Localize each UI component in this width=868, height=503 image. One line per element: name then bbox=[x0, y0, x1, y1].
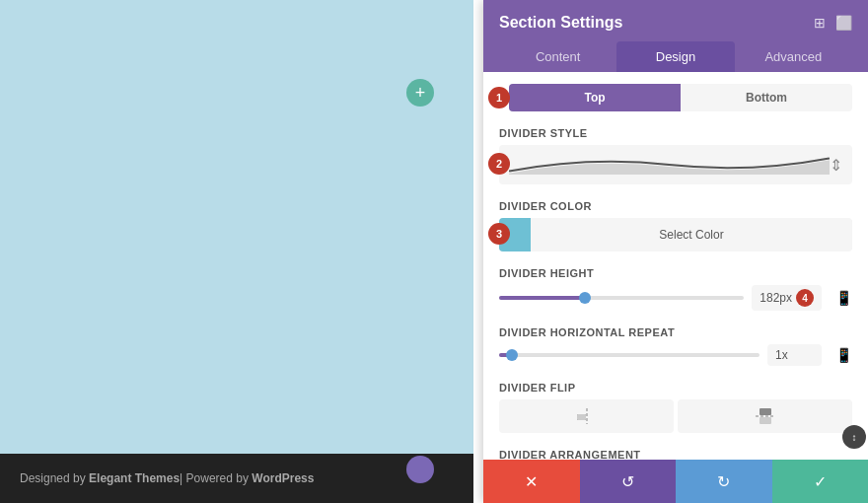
color-row: Select Color bbox=[499, 218, 852, 252]
footer-text: Designed by bbox=[20, 471, 86, 485]
divider-style-preview bbox=[509, 155, 830, 175]
top-bottom-section: 1 Top Bottom bbox=[499, 84, 852, 111]
divider-style-arrow-icon[interactable]: ⇕ bbox=[830, 156, 842, 175]
flip-vertical-button[interactable] bbox=[678, 399, 852, 433]
divider-arrangement-label: Divider Arrangement bbox=[499, 449, 852, 460]
repeat-slider-thumb[interactable] bbox=[506, 349, 518, 361]
top-button[interactable]: Top bbox=[509, 84, 681, 111]
tabs-row: Content Design Advanced bbox=[499, 41, 852, 72]
redo-icon: ↻ bbox=[717, 472, 730, 491]
panel-title-icons: ⊞ ⬜ bbox=[814, 15, 852, 31]
section-settings-panel: Section Settings ⊞ ⬜ Content Design Adva… bbox=[483, 0, 868, 503]
footer-separator: | Powered by bbox=[180, 471, 249, 485]
height-slider-thumb[interactable] bbox=[579, 292, 591, 304]
bottom-button[interactable]: Bottom bbox=[681, 84, 852, 111]
divider-height-group: Divider Height 182px 4 📱 bbox=[499, 267, 852, 311]
plus-icon: + bbox=[415, 83, 426, 104]
divider-flip-group: Divider Flip bbox=[499, 382, 852, 433]
device-icon-2[interactable]: 📱 bbox=[835, 347, 852, 363]
select-color-button[interactable]: Select Color bbox=[531, 220, 852, 250]
add-section-button[interactable]: + bbox=[406, 79, 434, 107]
divider-color-group: Divider Color 3 Select Color bbox=[499, 200, 852, 252]
confirm-icon: ✓ bbox=[814, 472, 827, 491]
avatar bbox=[406, 456, 434, 483]
height-slider-row: 182px 4 📱 bbox=[499, 285, 852, 311]
footer-brand2-link[interactable]: WordPress bbox=[252, 471, 314, 485]
divider-arrangement-group: Divider Arrangement On Top Of Section Co… bbox=[499, 449, 852, 460]
flip-horizontal-button[interactable] bbox=[499, 399, 674, 433]
undo-icon: ↺ bbox=[621, 472, 634, 491]
confirm-button[interactable]: ✓ bbox=[772, 460, 869, 503]
divider-flip-label: Divider Flip bbox=[499, 382, 852, 394]
tab-design[interactable]: Design bbox=[616, 41, 734, 72]
panel-header: Section Settings ⊞ ⬜ Content Design Adva… bbox=[483, 0, 868, 72]
footer-brand1-link[interactable]: Elegant Themes bbox=[89, 471, 180, 485]
divider-repeat-group: Divider Horizontal Repeat 1x 📱 bbox=[499, 326, 852, 366]
device-icon[interactable]: 📱 bbox=[835, 290, 852, 306]
page-background bbox=[0, 0, 473, 503]
height-slider-track[interactable] bbox=[499, 296, 744, 300]
panel-title: Section Settings bbox=[499, 14, 622, 32]
top-bottom-toggle: Top Bottom bbox=[509, 84, 852, 111]
height-value: 182px bbox=[760, 291, 792, 305]
scroll-indicator: ↕ bbox=[842, 425, 866, 449]
panel-title-row: Section Settings ⊞ ⬜ bbox=[499, 14, 852, 32]
height-slider-fill bbox=[499, 296, 585, 300]
flip-row bbox=[499, 399, 852, 433]
redo-button[interactable]: ↻ bbox=[676, 460, 772, 503]
divider-style-group: Divider Style 2 ⇕ bbox=[499, 127, 852, 184]
tab-content[interactable]: Content bbox=[499, 41, 616, 72]
repeat-value-box: 1x bbox=[767, 344, 822, 366]
divider-height-label: Divider Height bbox=[499, 267, 852, 279]
repeat-slider-row: 1x 📱 bbox=[499, 344, 852, 366]
cancel-icon: ✕ bbox=[525, 472, 538, 491]
undo-button[interactable]: ↺ bbox=[580, 460, 677, 503]
step-badge-2: 2 bbox=[488, 153, 510, 175]
footer-bar: Designed by Elegant Themes | Powered by … bbox=[0, 454, 473, 503]
svg-rect-1 bbox=[577, 414, 586, 420]
repeat-value: 1x bbox=[775, 348, 788, 362]
svg-rect-4 bbox=[760, 417, 771, 424]
expand-icon[interactable]: ⬜ bbox=[835, 15, 852, 31]
divider-style-label: Divider Style bbox=[499, 127, 852, 139]
tab-advanced[interactable]: Advanced bbox=[735, 41, 852, 72]
action-bar: ✕ ↺ ↻ ✓ bbox=[483, 460, 868, 503]
divider-style-selector[interactable]: ⇕ bbox=[499, 145, 852, 184]
svg-rect-3 bbox=[760, 408, 771, 415]
cancel-button[interactable]: ✕ bbox=[483, 460, 580, 503]
repeat-slider-track[interactable] bbox=[499, 353, 760, 357]
step-badge-4: 4 bbox=[796, 289, 814, 307]
grid-icon[interactable]: ⊞ bbox=[814, 15, 826, 31]
scroll-icon: ↕ bbox=[852, 432, 857, 443]
panel-content: 1 Top Bottom Divider Style 2 ⇕ D bbox=[483, 72, 868, 460]
divider-repeat-label: Divider Horizontal Repeat bbox=[499, 326, 852, 338]
divider-color-label: Divider Color bbox=[499, 200, 852, 212]
step-badge-1: 1 bbox=[488, 87, 510, 108]
step-badge-3: 3 bbox=[488, 223, 510, 245]
height-value-box: 182px 4 bbox=[752, 285, 822, 311]
